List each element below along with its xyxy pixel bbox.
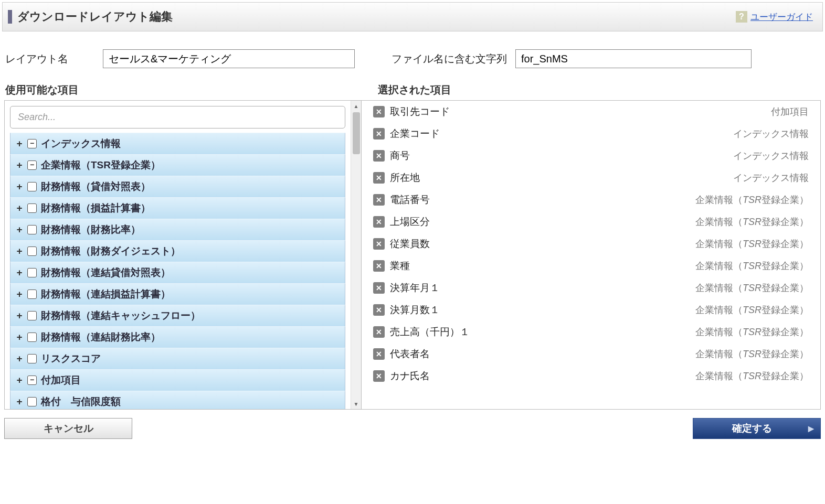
expand-icon[interactable]: + <box>16 288 23 300</box>
checkbox[interactable] <box>27 182 37 191</box>
scroll-thumb[interactable] <box>353 112 360 154</box>
selected-item-category: 企業情報（TSR登録企業） <box>695 194 809 206</box>
selected-item-category: 企業情報（TSR登録企業） <box>695 260 809 272</box>
category-item[interactable]: +リスクスコア <box>10 348 345 370</box>
minus-box-icon[interactable] <box>27 139 37 148</box>
selected-item-category: 付加項目 <box>771 105 809 118</box>
selected-item[interactable]: ✕カナ氏名企業情報（TSR登録企業） <box>362 365 820 387</box>
category-item[interactable]: +財務情報（貸借対照表） <box>10 176 345 198</box>
expand-icon[interactable]: + <box>16 310 23 321</box>
remove-icon[interactable]: ✕ <box>373 370 385 382</box>
help-icon[interactable]: ? <box>736 11 747 23</box>
cancel-button[interactable]: キャンセル <box>4 418 132 439</box>
selected-items-panel: ✕取引先コード付加項目✕企業コードインデックス情報✕商号インデックス情報✕所在地… <box>361 100 821 410</box>
header-accent <box>8 10 12 24</box>
minus-box-icon[interactable] <box>27 376 37 385</box>
category-label: 財務情報（財務ダイジェスト） <box>41 244 181 258</box>
selected-item-category: 企業情報（TSR登録企業） <box>695 348 809 360</box>
selected-item-name: 業種 <box>390 259 410 273</box>
checkbox[interactable] <box>27 354 37 363</box>
category-item[interactable]: +財務情報（連結貸借対照表） <box>10 262 345 284</box>
selected-item-name: 電話番号 <box>390 193 430 207</box>
expand-icon[interactable]: + <box>16 396 23 408</box>
chevron-right-icon: ▶ <box>808 424 814 433</box>
category-item[interactable]: +財務情報（財務ダイジェスト） <box>10 240 345 262</box>
selected-item[interactable]: ✕決算月数１企業情報（TSR登録企業） <box>362 299 820 321</box>
selected-item-name: 売上高（千円）１ <box>390 325 470 339</box>
remove-icon[interactable]: ✕ <box>373 348 385 360</box>
category-label: 財務情報（貸借対照表） <box>41 180 151 194</box>
remove-icon[interactable]: ✕ <box>373 326 385 338</box>
expand-icon[interactable]: + <box>16 224 23 235</box>
remove-icon[interactable]: ✕ <box>373 260 385 272</box>
user-guide-link[interactable]: ユーザーガイド <box>750 11 813 23</box>
selected-item[interactable]: ✕業種企業情報（TSR登録企業） <box>362 255 820 277</box>
checkbox[interactable] <box>27 246 37 256</box>
selected-item[interactable]: ✕従業員数企業情報（TSR登録企業） <box>362 233 820 255</box>
remove-icon[interactable]: ✕ <box>373 106 385 117</box>
remove-icon[interactable]: ✕ <box>373 304 385 316</box>
category-item[interactable]: +インデックス情報 <box>10 133 345 155</box>
selected-item[interactable]: ✕売上高（千円）１企業情報（TSR登録企業） <box>362 321 820 343</box>
category-list: +インデックス情報+企業情報（TSR登録企業）+財務情報（貸借対照表）+財務情報… <box>10 133 345 409</box>
category-item[interactable]: +付加項目 <box>10 369 345 391</box>
selected-item[interactable]: ✕決算年月１企業情報（TSR登録企業） <box>362 277 820 299</box>
selected-item-category: 企業情報（TSR登録企業） <box>695 282 809 294</box>
category-item[interactable]: +財務情報（連結財務比率） <box>10 326 345 348</box>
remove-icon[interactable]: ✕ <box>373 282 385 294</box>
checkbox[interactable] <box>27 397 37 406</box>
minus-box-icon[interactable] <box>27 160 37 170</box>
checkbox[interactable] <box>27 311 37 320</box>
expand-icon[interactable]: + <box>16 353 23 364</box>
scrollbar[interactable]: ▲ ▼ <box>351 101 361 409</box>
search-input[interactable] <box>10 106 345 128</box>
filename-input[interactable] <box>515 49 752 68</box>
category-item[interactable]: +財務情報（損益計算書） <box>10 197 345 219</box>
remove-icon[interactable]: ✕ <box>373 128 385 140</box>
category-label: 財務情報（財務比率） <box>41 223 141 237</box>
expand-icon[interactable]: + <box>16 331 23 343</box>
category-label: 付加項目 <box>41 373 81 387</box>
remove-icon[interactable]: ✕ <box>373 194 385 206</box>
scroll-up-icon[interactable]: ▲ <box>351 101 361 111</box>
category-label: 財務情報（損益計算書） <box>41 201 151 215</box>
selected-item-name: カナ氏名 <box>390 369 430 383</box>
layout-name-input[interactable] <box>103 49 355 68</box>
expand-icon[interactable]: + <box>16 138 23 149</box>
checkbox[interactable] <box>27 289 37 299</box>
remove-icon[interactable]: ✕ <box>373 150 385 162</box>
expand-icon[interactable]: + <box>16 267 23 278</box>
selected-item[interactable]: ✕取引先コード付加項目 <box>362 101 820 123</box>
selected-item-name: 所在地 <box>390 171 420 185</box>
selected-item-category: 企業情報（TSR登録企業） <box>695 238 809 250</box>
expand-icon[interactable]: + <box>16 159 23 171</box>
checkbox[interactable] <box>27 333 37 342</box>
selected-list: ✕取引先コード付加項目✕企業コードインデックス情報✕商号インデックス情報✕所在地… <box>362 101 820 387</box>
remove-icon[interactable]: ✕ <box>373 238 385 250</box>
checkbox[interactable] <box>27 203 37 213</box>
category-item[interactable]: +財務情報（連結キャッシュフロー） <box>10 305 345 327</box>
category-item[interactable]: +財務情報（財務比率） <box>10 219 345 241</box>
checkbox[interactable] <box>27 225 37 234</box>
category-item[interactable]: +企業情報（TSR登録企業） <box>10 154 345 176</box>
category-item[interactable]: +財務情報（連結損益計算書） <box>10 283 345 305</box>
expand-icon[interactable]: + <box>16 245 23 257</box>
confirm-button[interactable]: 確定する ▶ <box>693 418 821 439</box>
selected-item[interactable]: ✕上場区分企業情報（TSR登録企業） <box>362 211 820 233</box>
expand-icon[interactable]: + <box>16 181 23 192</box>
selected-item[interactable]: ✕商号インデックス情報 <box>362 145 820 167</box>
layout-name-label: レイアウト名 <box>5 52 94 66</box>
scroll-down-icon[interactable]: ▼ <box>351 399 361 409</box>
expand-icon[interactable]: + <box>16 374 23 386</box>
selected-item[interactable]: ✕電話番号企業情報（TSR登録企業） <box>362 189 820 211</box>
remove-icon[interactable]: ✕ <box>373 216 385 228</box>
selected-item[interactable]: ✕所在地インデックス情報 <box>362 167 820 189</box>
remove-icon[interactable]: ✕ <box>373 172 385 184</box>
category-item[interactable]: +格付 与信限度額 <box>10 391 345 409</box>
expand-icon[interactable]: + <box>16 202 23 214</box>
selected-item[interactable]: ✕企業コードインデックス情報 <box>362 123 820 145</box>
category-label: 格付 与信限度額 <box>41 395 121 409</box>
selected-item[interactable]: ✕代表者名企業情報（TSR登録企業） <box>362 343 820 365</box>
selected-item-name: 企業コード <box>390 127 440 141</box>
checkbox[interactable] <box>27 268 37 277</box>
